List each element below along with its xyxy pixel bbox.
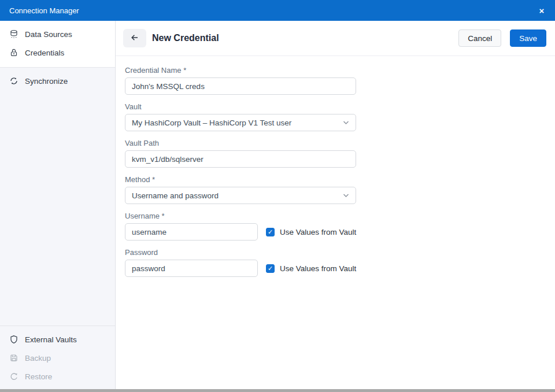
password-group: Password ✓ Use Values from Vault — [125, 248, 546, 277]
main-panel: New Credential Cancel Save Credential Na… — [116, 21, 555, 389]
method-select-value: Username and password — [132, 191, 219, 200]
vault-path-input[interactable] — [125, 150, 356, 168]
credential-form: Credential Name * Vault My HashiCorp Vau… — [116, 56, 555, 294]
back-arrow-icon — [130, 33, 139, 44]
checkmark-icon: ✓ — [268, 228, 273, 235]
sidebar-section-tools: External Vaults Backup — [0, 326, 115, 389]
sidebar-item-data-sources[interactable]: Data Sources — [0, 25, 115, 43]
method-select[interactable]: Username and password — [125, 187, 356, 204]
credential-name-label: Credential Name * — [125, 66, 546, 75]
password-input[interactable] — [125, 260, 258, 277]
sidebar-section-pages: Data Sources Credentials — [0, 21, 115, 68]
password-use-vault-checkbox[interactable]: ✓ — [266, 264, 275, 273]
username-use-vault-checkbox[interactable]: ✓ — [266, 228, 275, 236]
sidebar-item-external-vaults[interactable]: External Vaults — [0, 330, 115, 349]
vault-select-value: My HashiCorp Vault – HashiCorp V1 Test u… — [132, 119, 291, 127]
credential-name-input[interactable] — [125, 77, 356, 95]
lock-icon — [9, 48, 18, 57]
sidebar-item-label: Synchronize — [25, 77, 68, 86]
username-use-vault-wrap: ✓ Use Values from Vault — [266, 228, 356, 236]
password-label: Password — [125, 248, 546, 257]
sidebar-item-label: Credentials — [25, 49, 64, 57]
sidebar-item-label: Backup — [25, 354, 51, 363]
method-group: Method * Username and password — [125, 175, 546, 204]
username-group: Username * ✓ Use Values from Vault — [125, 212, 546, 241]
close-button[interactable]: × — [528, 0, 555, 21]
vault-label: Vault — [125, 102, 546, 111]
window-bottom-edge — [0, 389, 555, 392]
sidebar-item-restore[interactable]: Restore — [0, 367, 115, 386]
save-disk-icon — [9, 353, 18, 363]
sidebar-item-label: Data Sources — [25, 30, 72, 39]
chevron-down-icon — [343, 120, 349, 125]
shield-icon — [9, 335, 18, 344]
sidebar-section-actions: Synchronize — [0, 68, 115, 94]
username-use-vault-label: Use Values from Vault — [280, 228, 356, 236]
window-title: Connection Manager — [9, 6, 79, 15]
vault-path-group: Vault Path — [125, 139, 546, 168]
page-header: New Credential Cancel Save — [116, 21, 555, 56]
sidebar-item-credentials[interactable]: Credentials — [0, 43, 115, 62]
vault-group: Vault My HashiCorp Vault – HashiCorp V1 … — [125, 102, 546, 131]
vault-select[interactable]: My HashiCorp Vault – HashiCorp V1 Test u… — [125, 114, 356, 131]
username-input[interactable] — [125, 223, 258, 241]
close-icon: × — [539, 6, 545, 16]
sidebar: Data Sources Credentials — [0, 21, 116, 389]
sidebar-item-backup[interactable]: Backup — [0, 349, 115, 367]
save-button[interactable]: Save — [510, 29, 546, 47]
titlebar: Connection Manager × — [0, 0, 555, 21]
header-actions: Cancel Save — [458, 29, 546, 47]
sync-icon — [9, 76, 18, 86]
database-icon — [9, 29, 18, 39]
credential-name-group: Credential Name * — [125, 66, 546, 95]
method-label: Method * — [125, 175, 546, 184]
sidebar-spacer — [0, 94, 115, 326]
vault-path-label: Vault Path — [125, 139, 546, 147]
password-use-vault-wrap: ✓ Use Values from Vault — [266, 264, 356, 273]
password-use-vault-label: Use Values from Vault — [280, 264, 356, 273]
chevron-down-icon — [343, 193, 349, 198]
back-button[interactable] — [123, 29, 146, 47]
sidebar-item-label: Restore — [25, 372, 52, 381]
sidebar-item-synchronize[interactable]: Synchronize — [0, 72, 115, 90]
page-title: New Credential — [152, 33, 219, 43]
username-label: Username * — [125, 212, 546, 220]
sidebar-item-label: External Vaults — [25, 335, 77, 344]
connection-manager-window: Connection Manager × — [0, 0, 555, 392]
cancel-button[interactable]: Cancel — [458, 29, 501, 47]
restore-icon — [9, 372, 18, 381]
checkmark-icon: ✓ — [268, 265, 273, 272]
